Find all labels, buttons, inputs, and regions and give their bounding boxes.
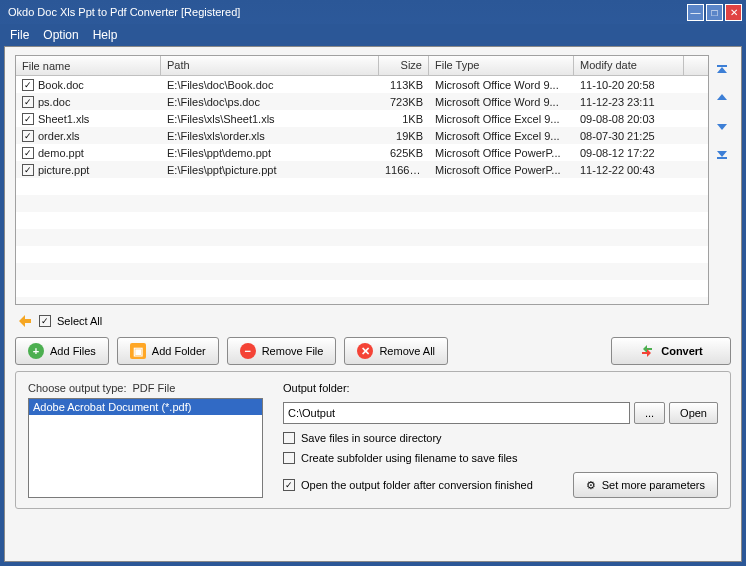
- back-icon[interactable]: [17, 313, 33, 329]
- open-after-checkbox[interactable]: ✓: [283, 479, 295, 491]
- select-all-label: Select All: [57, 315, 102, 327]
- convert-button[interactable]: Convert: [611, 337, 731, 365]
- cell-size: 625KB: [379, 147, 429, 159]
- cell-filename: order.xls: [38, 130, 80, 142]
- cell-date: 08-07-30 21:25: [574, 130, 684, 142]
- menubar: File Option Help: [4, 24, 742, 46]
- menu-option[interactable]: Option: [43, 28, 78, 42]
- folder-icon: ▣: [130, 343, 146, 359]
- table-row[interactable]: ✓demo.pptE:\Files\ppt\demo.ppt625KBMicro…: [16, 144, 708, 161]
- list-item[interactable]: Adobe Acrobat Document (*.pdf): [29, 399, 262, 415]
- open-after-label: Open the output folder after conversion …: [301, 479, 533, 491]
- create-subfolder-label: Create subfolder using filename to save …: [301, 452, 517, 464]
- convert-icon: [639, 343, 655, 359]
- file-table[interactable]: File name Path Size File Type Modify dat…: [15, 55, 709, 305]
- move-down-button[interactable]: [713, 117, 731, 135]
- cell-size: 1166KB: [379, 164, 429, 176]
- row-checkbox[interactable]: ✓: [22, 113, 34, 125]
- remove-file-button[interactable]: − Remove File: [227, 337, 337, 365]
- output-type-value: PDF File: [132, 382, 175, 394]
- choose-type-label: Choose output type:: [28, 382, 126, 394]
- cell-type: Microsoft Office Word 9...: [429, 96, 574, 108]
- table-row[interactable]: ✓Sheet1.xlsE:\Files\xls\Sheet1.xls1KBMic…: [16, 110, 708, 127]
- cell-path: E:\Files\xls\order.xls: [161, 130, 379, 142]
- cell-path: E:\Files\doc\Book.doc: [161, 79, 379, 91]
- row-checkbox[interactable]: ✓: [22, 164, 34, 176]
- cell-type: Microsoft Office Word 9...: [429, 79, 574, 91]
- cell-filename: ps.doc: [38, 96, 70, 108]
- cell-path: E:\Files\xls\Sheet1.xls: [161, 113, 379, 125]
- cell-size: 1KB: [379, 113, 429, 125]
- cell-date: 09-08-12 17:22: [574, 147, 684, 159]
- table-row[interactable]: ✓Book.docE:\Files\doc\Book.doc113KBMicro…: [16, 76, 708, 93]
- minimize-button[interactable]: —: [687, 4, 704, 21]
- open-folder-button[interactable]: Open: [669, 402, 718, 424]
- output-folder-input[interactable]: [283, 402, 630, 424]
- header-modifydate[interactable]: Modify date: [574, 56, 684, 75]
- row-checkbox[interactable]: ✓: [22, 79, 34, 91]
- plus-icon: +: [28, 343, 44, 359]
- table-row[interactable]: ✓ps.docE:\Files\doc\ps.doc723KBMicrosoft…: [16, 93, 708, 110]
- select-all-checkbox[interactable]: ✓: [39, 315, 51, 327]
- cell-path: E:\Files\doc\ps.doc: [161, 96, 379, 108]
- move-top-button[interactable]: [713, 61, 731, 79]
- browse-button[interactable]: ...: [634, 402, 665, 424]
- cell-filename: Book.doc: [38, 79, 84, 91]
- header-path[interactable]: Path: [161, 56, 379, 75]
- row-checkbox[interactable]: ✓: [22, 96, 34, 108]
- cell-type: Microsoft Office Excel 9...: [429, 130, 574, 142]
- cell-date: 09-08-08 20:03: [574, 113, 684, 125]
- set-more-parameters-button[interactable]: ⚙ Set more parameters: [573, 472, 718, 498]
- cell-date: 11-12-23 23:11: [574, 96, 684, 108]
- cell-type: Microsoft Office Excel 9...: [429, 113, 574, 125]
- save-source-checkbox[interactable]: [283, 432, 295, 444]
- output-folder-label: Output folder:: [283, 382, 718, 394]
- add-files-button[interactable]: + Add Files: [15, 337, 109, 365]
- cell-path: E:\Files\ppt\picture.ppt: [161, 164, 379, 176]
- move-up-button[interactable]: [713, 89, 731, 107]
- cell-type: Microsoft Office PowerP...: [429, 164, 574, 176]
- header-size[interactable]: Size: [379, 56, 429, 75]
- row-checkbox[interactable]: ✓: [22, 147, 34, 159]
- x-icon: ✕: [357, 343, 373, 359]
- cell-size: 723KB: [379, 96, 429, 108]
- cell-size: 113KB: [379, 79, 429, 91]
- remove-all-button[interactable]: ✕ Remove All: [344, 337, 448, 365]
- maximize-button[interactable]: □: [706, 4, 723, 21]
- minus-icon: −: [240, 343, 256, 359]
- cell-filename: Sheet1.xls: [38, 113, 89, 125]
- cell-filename: picture.ppt: [38, 164, 89, 176]
- menu-help[interactable]: Help: [93, 28, 118, 42]
- save-source-label: Save files in source directory: [301, 432, 442, 444]
- table-row[interactable]: ✓order.xlsE:\Files\xls\order.xls19KBMicr…: [16, 127, 708, 144]
- close-button[interactable]: ✕: [725, 4, 742, 21]
- titlebar: Okdo Doc Xls Ppt to Pdf Converter [Regis…: [0, 0, 746, 24]
- row-checkbox[interactable]: ✓: [22, 130, 34, 142]
- output-type-listbox[interactable]: Adobe Acrobat Document (*.pdf): [28, 398, 263, 498]
- header-filetype[interactable]: File Type: [429, 56, 574, 75]
- menu-file[interactable]: File: [10, 28, 29, 42]
- header-filename[interactable]: File name: [16, 56, 161, 75]
- cell-filename: demo.ppt: [38, 147, 84, 159]
- move-bottom-button[interactable]: [713, 145, 731, 163]
- cell-path: E:\Files\ppt\demo.ppt: [161, 147, 379, 159]
- table-row[interactable]: ✓picture.pptE:\Files\ppt\picture.ppt1166…: [16, 161, 708, 178]
- gear-icon: ⚙: [586, 479, 596, 492]
- cell-type: Microsoft Office PowerP...: [429, 147, 574, 159]
- cell-size: 19KB: [379, 130, 429, 142]
- create-subfolder-checkbox[interactable]: [283, 452, 295, 464]
- add-folder-button[interactable]: ▣ Add Folder: [117, 337, 219, 365]
- window-title: Okdo Doc Xls Ppt to Pdf Converter [Regis…: [4, 6, 687, 18]
- cell-date: 11-12-22 00:43: [574, 164, 684, 176]
- cell-date: 11-10-20 20:58: [574, 79, 684, 91]
